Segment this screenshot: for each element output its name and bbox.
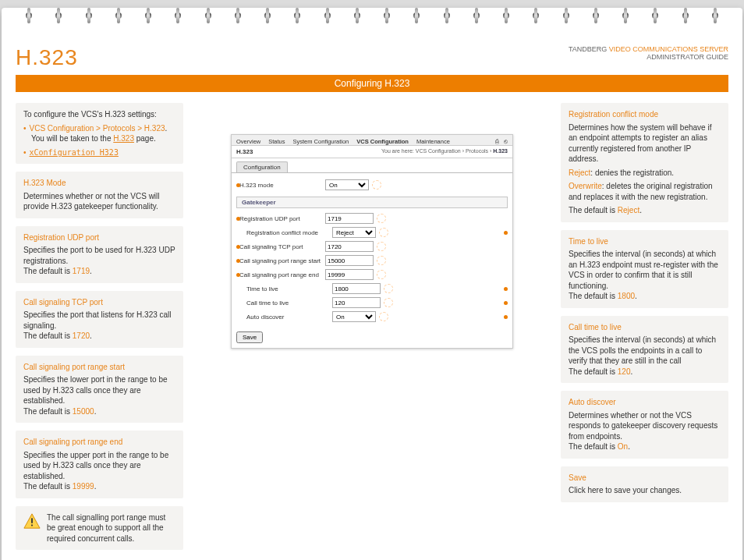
input-pe[interactable] <box>325 269 374 280</box>
brand-block: TANDBERG VIDEO COMMUNICATIONS SERVER ADM… <box>569 45 728 61</box>
sel-mode[interactable]: On <box>325 179 369 190</box>
embedded-screenshot: Overview Status System Configuration VCS… <box>231 134 513 349</box>
row-conflict: Registration conflict modeReject <box>236 225 508 239</box>
row-ps: Call signaling port range start <box>236 253 508 268</box>
section-bar: Configuring H.323 <box>16 75 728 92</box>
panel-port-end: Call signaling port range end Specifies … <box>16 431 183 498</box>
panel-reg-conflict: Registration conflict mode Determines ho… <box>561 103 728 222</box>
input-ps[interactable] <box>325 255 374 266</box>
input-tcp[interactable] <box>325 241 374 252</box>
row-udp: Registration UDP port <box>236 211 508 225</box>
shot-top-tabs: Overview Status System Configuration VCS… <box>232 135 512 146</box>
info-icon[interactable] <box>377 242 386 251</box>
info-icon[interactable] <box>379 312 388 321</box>
panel-note: The call signalling port range must be g… <box>16 506 183 551</box>
info-icon[interactable] <box>372 180 381 190</box>
panel-mode: H.323 Mode Determines whether or not the… <box>16 172 183 218</box>
save-button[interactable]: Save <box>236 331 263 343</box>
panel-cttl: Call time to live Specifies the interval… <box>561 316 728 384</box>
svg-rect-2 <box>31 524 33 526</box>
panel-save: Save Click here to save your changes. <box>561 466 728 502</box>
row-ad: Auto discoverOn <box>236 310 508 324</box>
intro-panel: To configure the VCS's H.323 settings: •… <box>16 103 183 164</box>
panel-ttl: Time to live Specifies the interval (in … <box>561 230 728 308</box>
info-icon[interactable] <box>377 214 386 223</box>
info-icon[interactable] <box>377 270 386 279</box>
info-icon[interactable] <box>384 298 393 307</box>
info-icon[interactable] <box>379 228 388 237</box>
link-xconfig[interactable]: xConfiguration H323 <box>30 148 119 157</box>
row-pe: Call signaling port range end <box>236 268 508 282</box>
info-icon[interactable] <box>377 256 386 265</box>
input-udp[interactable] <box>325 213 374 224</box>
input-cttl[interactable] <box>332 297 381 308</box>
row-tcp: Call signaling TCP port <box>236 239 508 253</box>
link-h323[interactable]: H.323 <box>113 134 134 143</box>
panel-auto-discover: Auto discover Determines whether or not … <box>561 391 728 459</box>
page-title: H.323 <box>16 45 78 70</box>
input-ttl[interactable] <box>332 283 381 294</box>
row-ttl: Time to live <box>236 282 508 296</box>
svg-rect-1 <box>31 518 33 523</box>
sel-ad[interactable]: On <box>332 311 376 322</box>
panel-tcp: Call signaling TCP port Specifies the po… <box>16 291 183 348</box>
row-cttl: Call time to live <box>236 296 508 310</box>
panel-port-start: Call signaling port range start Specifie… <box>16 356 183 424</box>
warning-icon <box>23 512 41 530</box>
shot-subtab[interactable]: Configuration <box>236 161 512 172</box>
info-icon[interactable] <box>384 284 393 293</box>
sel-conflict[interactable]: Reject <box>332 227 376 238</box>
spiral-binding <box>16 8 728 39</box>
panel-udp: Registration UDP port Specifies the port… <box>16 226 183 283</box>
row-mode: H.323 modeOn <box>236 178 508 192</box>
